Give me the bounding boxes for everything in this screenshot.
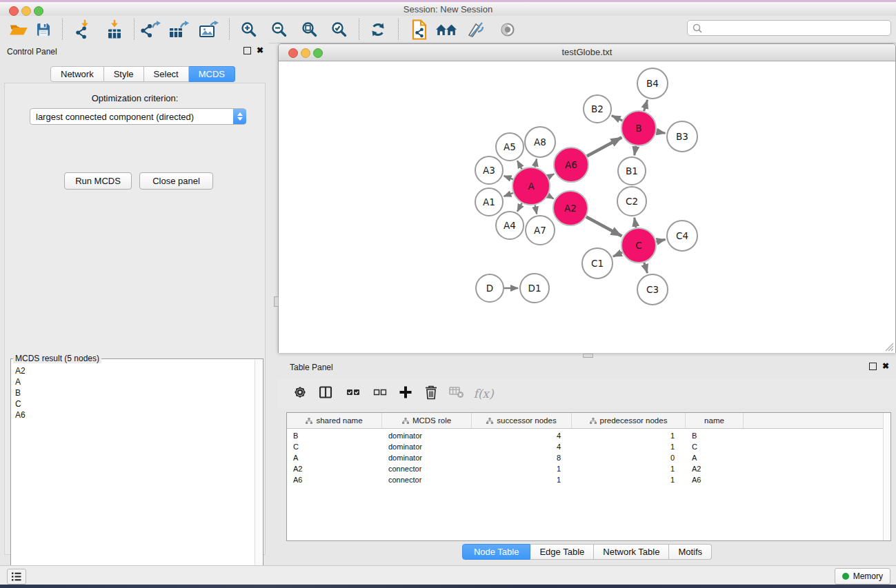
function-builder-button[interactable]: f(x)	[473, 387, 493, 401]
memory-status-button[interactable]: Memory	[835, 568, 890, 585]
export-image-button[interactable]	[199, 21, 219, 39]
graph-node-C1[interactable]: C1	[582, 248, 613, 278]
table-cell[interactable]: C	[686, 443, 744, 451]
graph-node-C[interactable]: C	[621, 228, 656, 263]
tab-motifs[interactable]: Motifs	[669, 544, 712, 560]
table-cell[interactable]: A	[287, 454, 382, 462]
mcds-result-item[interactable]: A2	[15, 365, 255, 376]
select-all-button[interactable]	[347, 387, 360, 401]
graph-node-A2[interactable]: A2	[553, 191, 588, 225]
table-cell[interactable]: 0	[572, 454, 686, 462]
graph-edge-B-B3[interactable]	[657, 132, 666, 133]
graph-edge-A-A3[interactable]	[504, 176, 513, 179]
table-cell[interactable]: A2	[686, 465, 744, 473]
graph-node-C2[interactable]: C2	[617, 187, 646, 216]
table-cell[interactable]: 1	[572, 465, 686, 473]
graph-node-A4[interactable]: A4	[496, 212, 524, 239]
graph-edge-C-C3[interactable]	[644, 263, 648, 273]
table-cell[interactable]: connector	[382, 465, 472, 473]
graph-node-A5[interactable]: A5	[496, 133, 524, 161]
column-header-mcds-role[interactable]: MCDS role	[382, 413, 472, 428]
table-cell[interactable]: A6	[287, 476, 382, 484]
table-row[interactable]: A2connector11A2	[287, 463, 890, 474]
table-cell[interactable]: 8	[472, 454, 572, 462]
column-header-successor-nodes[interactable]: successor nodes	[472, 413, 572, 428]
table-cell[interactable]: B	[686, 432, 744, 440]
refresh-button[interactable]	[370, 21, 386, 38]
column-header-name[interactable]: name	[686, 413, 744, 428]
delete-table-button[interactable]	[449, 386, 464, 401]
graph-node-A1[interactable]: A1	[475, 188, 503, 216]
search-field[interactable]	[687, 20, 891, 36]
table-cell[interactable]: 1	[572, 443, 686, 451]
table-cell[interactable]: 1	[572, 432, 686, 440]
mcds-result-item[interactable]: A	[15, 376, 255, 387]
tab-edge-table[interactable]: Edge Table	[530, 544, 594, 560]
create-column-button[interactable]	[399, 385, 412, 402]
criterion-dropdown[interactable]: largest connected component (directed)	[30, 108, 246, 125]
graph-node-C3[interactable]: C3	[637, 274, 668, 305]
new-network-from-selection-button[interactable]	[411, 19, 428, 40]
tab-network-table[interactable]: Network Table	[594, 544, 669, 560]
table-cell[interactable]: 1	[472, 465, 572, 473]
graph-node-D[interactable]: D	[476, 274, 504, 302]
graph-node-B1[interactable]: B1	[618, 157, 646, 185]
window-resize-grip[interactable]	[885, 343, 894, 352]
graph-node-A7[interactable]: A7	[526, 216, 555, 245]
zoom-fit-button[interactable]	[301, 21, 319, 39]
graph-node-B3[interactable]: B3	[667, 121, 697, 152]
zoom-in-button[interactable]	[240, 21, 258, 39]
table-cell[interactable]: A	[686, 454, 744, 462]
graph-node-C4[interactable]: C4	[667, 221, 697, 251]
graph-edge-B-B4[interactable]	[644, 100, 648, 111]
zoom-out-button[interactable]	[270, 21, 288, 39]
table-cell[interactable]: dominator	[382, 432, 472, 440]
table-cell[interactable]: 4	[472, 432, 572, 440]
import-network-button[interactable]	[74, 19, 92, 39]
graph-edge-C-C1[interactable]	[613, 252, 622, 256]
tab-style[interactable]: Style	[104, 66, 144, 82]
mcds-result-item[interactable]: C	[15, 398, 255, 409]
table-cell[interactable]: 1	[572, 476, 686, 484]
table-row[interactable]: Adominator80A	[287, 452, 890, 463]
deselect-all-button[interactable]	[374, 387, 387, 401]
graph-edge-A-A6[interactable]	[548, 174, 555, 177]
mcds-result-item[interactable]: B	[15, 387, 255, 398]
table-row[interactable]: A6connector11A6	[287, 474, 890, 485]
column-header-shared-name[interactable]: shared name	[287, 413, 382, 428]
table-cell[interactable]: A6	[686, 476, 744, 484]
save-session-button[interactable]	[35, 21, 52, 38]
graph-edge-C-C2[interactable]	[635, 218, 636, 228]
graph-node-B4[interactable]: B4	[637, 68, 668, 99]
column-header-predecessor-nodes[interactable]: predecessor nodes	[572, 413, 686, 428]
table-cell[interactable]: connector	[382, 476, 472, 484]
close-panel-icon[interactable]: ✖	[257, 46, 263, 54]
graph-edge-A-A7[interactable]	[535, 205, 537, 214]
close-panel-button[interactable]: Close panel	[139, 172, 213, 190]
open-session-button[interactable]	[9, 21, 28, 38]
run-mcds-button[interactable]: Run MCDS	[64, 172, 132, 190]
split-pane-divider-handle[interactable]	[583, 354, 593, 358]
zoom-selected-button[interactable]	[330, 21, 348, 39]
graph-edge-A-A5[interactable]	[517, 161, 522, 169]
show-column-button[interactable]	[319, 386, 332, 401]
graph-node-D1[interactable]: D1	[520, 274, 549, 303]
tab-node-table[interactable]: Node Table	[462, 544, 531, 560]
graph-edge-C-C4[interactable]	[656, 239, 665, 241]
table-row[interactable]: Cdominator41C	[287, 441, 890, 452]
graph-edge-A2-C[interactable]	[586, 217, 622, 236]
tab-mcds[interactable]: MCDS	[189, 66, 235, 82]
table-cell[interactable]: 4	[472, 443, 572, 451]
close-panel-icon[interactable]: ✖	[882, 362, 889, 370]
graph-edge-A-A1[interactable]	[504, 193, 513, 196]
table-cell[interactable]: A2	[287, 465, 382, 473]
graph-edge-A-A4[interactable]	[517, 203, 522, 212]
graph-node-A3[interactable]: A3	[475, 156, 503, 184]
network-window-titlebar[interactable]: testGlobe.txt	[279, 44, 895, 61]
graph-edge-B-B1[interactable]	[635, 146, 636, 156]
mcds-result-item[interactable]: A6	[15, 409, 255, 420]
tab-network[interactable]: Network	[50, 66, 104, 82]
graph-node-A8[interactable]: A8	[525, 127, 555, 157]
graph-edge-B-B2[interactable]	[612, 116, 623, 121]
export-table-button[interactable]	[169, 21, 190, 39]
